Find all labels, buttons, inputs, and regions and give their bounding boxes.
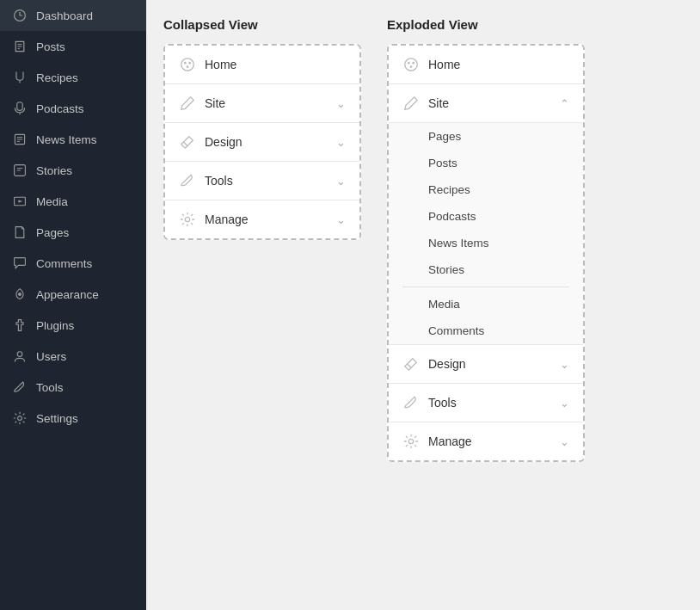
sidebar-label-recipes: Recipes bbox=[36, 71, 78, 84]
sidebar-item-media[interactable]: Media bbox=[0, 186, 146, 217]
palette-icon bbox=[402, 56, 420, 73]
sub-item-podcasts[interactable]: Podcasts bbox=[389, 203, 583, 230]
exploded-tools-item[interactable]: Tools ⌄ bbox=[389, 384, 583, 422]
collapsed-tools-label: Tools bbox=[205, 174, 336, 188]
sidebar-item-comments[interactable]: Comments bbox=[0, 248, 146, 279]
svg-point-5 bbox=[17, 352, 22, 357]
plugins-icon bbox=[12, 317, 28, 333]
palette-icon bbox=[179, 56, 196, 73]
exploded-site-item[interactable]: Site ⌃ bbox=[389, 84, 583, 123]
sub-item-pages[interactable]: Pages bbox=[389, 123, 583, 150]
sidebar-item-appearance[interactable]: Appearance bbox=[0, 279, 146, 310]
pencil-icon bbox=[402, 95, 420, 112]
sidebar-item-plugins[interactable]: Plugins bbox=[0, 310, 146, 341]
sidebar-label-dashboard: Dashboard bbox=[36, 9, 93, 22]
collapsed-manage-item[interactable]: Manage ⌄ bbox=[165, 200, 359, 238]
sub-item-media[interactable]: Media bbox=[389, 291, 583, 317]
chevron-down-icon: ⌄ bbox=[336, 175, 346, 188]
exploded-title: Exploded View bbox=[387, 17, 585, 32]
sidebar-item-users[interactable]: Users bbox=[0, 341, 146, 372]
chevron-down-icon: ⌄ bbox=[560, 397, 569, 410]
comments-icon bbox=[12, 256, 28, 271]
chevron-up-icon: ⌃ bbox=[560, 97, 569, 110]
tools-icon bbox=[12, 379, 28, 395]
sidebar-label-appearance: Appearance bbox=[36, 288, 99, 301]
sidebar-label-podcasts: Podcasts bbox=[36, 102, 84, 115]
collapsed-site-label: Site bbox=[205, 96, 336, 110]
sidebar-item-dashboard[interactable]: Dashboard bbox=[0, 0, 146, 31]
sidebar-label-settings: Settings bbox=[36, 412, 78, 425]
svg-point-16 bbox=[408, 439, 413, 443]
exploded-site-label: Site bbox=[428, 96, 560, 110]
settings-icon bbox=[12, 410, 28, 426]
sidebar-label-posts: Posts bbox=[36, 40, 65, 53]
dashboard-icon bbox=[12, 8, 28, 23]
sidebar-label-stories: Stories bbox=[36, 164, 72, 177]
sidebar-label-comments: Comments bbox=[36, 257, 92, 270]
collapsed-column: Collapsed View Home Site ⌄ bbox=[163, 17, 361, 593]
news-icon bbox=[12, 132, 28, 147]
stories-icon bbox=[12, 163, 28, 178]
wrench-icon bbox=[402, 394, 420, 411]
exploded-home-label: Home bbox=[428, 58, 569, 71]
sidebar-label-media: Media bbox=[36, 195, 68, 208]
collapsed-design-label: Design bbox=[205, 135, 336, 149]
sidebar-item-pages[interactable]: Pages bbox=[0, 217, 146, 248]
exploded-column: Exploded View Home Site ⌃ bbox=[387, 17, 585, 593]
chevron-down-icon: ⌄ bbox=[560, 435, 569, 448]
gear-icon bbox=[179, 211, 196, 228]
sidebar-item-posts[interactable]: Posts bbox=[0, 31, 146, 62]
main-content: Collapsed View Home Site ⌄ bbox=[146, 0, 700, 610]
sub-item-news-items[interactable]: News Items bbox=[389, 230, 583, 256]
svg-point-8 bbox=[184, 62, 187, 65]
chevron-down-icon: ⌄ bbox=[336, 136, 346, 149]
site-subitems: Pages Posts Recipes Podcasts News Items … bbox=[389, 123, 583, 345]
chevron-down-icon: ⌄ bbox=[336, 213, 346, 226]
sidebar-item-settings[interactable]: Settings bbox=[0, 403, 146, 434]
sidebar-item-news-items[interactable]: News Items bbox=[0, 124, 146, 155]
posts-icon bbox=[12, 39, 28, 54]
sidebar: Dashboard Posts Recipes Podcasts News It… bbox=[0, 0, 146, 610]
sidebar-item-podcasts[interactable]: Podcasts bbox=[0, 93, 146, 124]
sub-item-recipes[interactable]: Recipes bbox=[389, 176, 583, 203]
hammer-icon bbox=[402, 355, 420, 373]
collapsed-title: Collapsed View bbox=[163, 17, 361, 32]
exploded-home-item[interactable]: Home bbox=[389, 46, 583, 84]
hammer-icon bbox=[179, 133, 196, 151]
svg-point-4 bbox=[18, 293, 21, 296]
exploded-manage-item[interactable]: Manage ⌄ bbox=[389, 422, 583, 460]
svg-point-13 bbox=[408, 62, 410, 65]
exploded-box: Home Site ⌃ Pages Posts Recipes Podcasts bbox=[387, 44, 585, 462]
exploded-tools-label: Tools bbox=[428, 396, 560, 410]
sidebar-item-tools[interactable]: Tools bbox=[0, 372, 146, 403]
exploded-design-label: Design bbox=[428, 357, 560, 371]
media-icon bbox=[12, 194, 28, 209]
sidebar-label-users: Users bbox=[36, 350, 66, 363]
svg-point-9 bbox=[188, 62, 191, 65]
pages-icon bbox=[12, 225, 28, 240]
collapsed-manage-label: Manage bbox=[205, 213, 336, 226]
exploded-design-item[interactable]: Design ⌄ bbox=[389, 345, 583, 384]
sidebar-item-stories[interactable]: Stories bbox=[0, 155, 146, 186]
svg-point-11 bbox=[185, 217, 189, 221]
svg-point-12 bbox=[405, 59, 417, 71]
collapsed-home-label: Home bbox=[205, 58, 346, 71]
collapsed-home-item[interactable]: Home bbox=[165, 46, 359, 84]
collapsed-design-item[interactable]: Design ⌄ bbox=[165, 123, 359, 162]
svg-point-7 bbox=[181, 59, 193, 71]
chevron-down-icon: ⌄ bbox=[336, 97, 346, 110]
collapsed-tools-item[interactable]: Tools ⌄ bbox=[165, 162, 359, 200]
sidebar-label-news-items: News Items bbox=[36, 133, 97, 146]
appearance-icon bbox=[12, 287, 28, 302]
sub-item-posts[interactable]: Posts bbox=[389, 150, 583, 176]
sidebar-item-recipes[interactable]: Recipes bbox=[0, 62, 146, 93]
svg-point-15 bbox=[410, 65, 413, 68]
sub-item-stories[interactable]: Stories bbox=[389, 256, 583, 283]
collapsed-site-item[interactable]: Site ⌄ bbox=[165, 84, 359, 123]
chevron-down-icon: ⌄ bbox=[560, 358, 569, 371]
wrench-icon bbox=[179, 172, 196, 189]
users-icon bbox=[12, 348, 28, 364]
exploded-manage-label: Manage bbox=[428, 434, 560, 448]
podcasts-icon bbox=[12, 101, 28, 116]
sub-item-comments[interactable]: Comments bbox=[389, 317, 583, 344]
